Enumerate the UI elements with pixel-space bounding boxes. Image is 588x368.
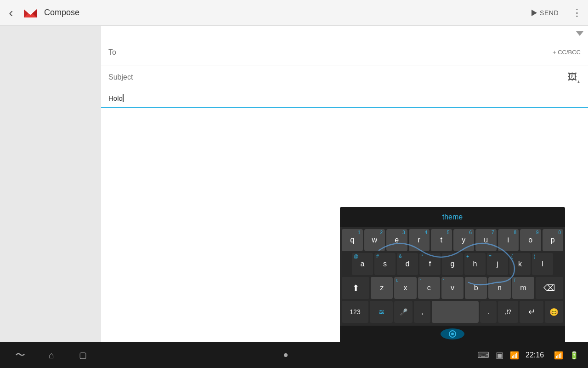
keyboard-drag-handle[interactable] [441,328,464,339]
nav-bar: 〜 ⌂ ▢ ⌨ ▣ 📶 22:16 📶 🔋 [0,342,588,368]
key-z[interactable]: z [371,277,393,299]
backspace-key[interactable]: ⌫ [536,277,563,299]
shift-icon: ⬆ [352,283,359,293]
suggestion-word[interactable]: theme [442,213,463,221]
key-l[interactable]: )l [532,253,553,275]
nav-recents-button[interactable]: ▢ [72,344,94,366]
send-label: SEND [540,9,559,17]
app-title: Compose [44,8,524,17]
enter-icon: ↵ [528,307,535,317]
mic-icon: 🎤 [400,308,407,316]
swiftkey-button[interactable]: ≋ [370,301,393,323]
emoji-icon: 😊 [549,308,559,316]
key-row-2: @a #s &d *f -g +h =j (k )l [342,253,563,275]
to-field-container: + CC/BCC [101,40,588,65]
text-cursor [123,94,124,102]
key-i[interactable]: 8i [498,229,519,251]
key-b[interactable]: b [465,277,487,299]
keyboard-suggestions: theme [340,207,565,227]
key-s[interactable]: #s [374,253,396,275]
left-panel [0,26,101,342]
key-c[interactable]: "c [418,277,440,299]
wifi-icon: 📶 [554,351,563,360]
send-icon [531,10,537,16]
nav-back-button[interactable]: 〜 [9,344,31,366]
special-chars-key[interactable]: ,!? [498,301,518,323]
time-display: 22:16 [526,351,548,359]
key-j[interactable]: =j [487,253,508,275]
numbers-key[interactable]: 123 [342,301,368,323]
cc-bcc-button[interactable]: + CC/BCC [549,49,581,56]
attach-plus-icon: + [577,79,580,85]
nav-left: 〜 ⌂ ▢ [9,344,94,366]
key-p[interactable]: 0p [543,229,564,251]
gmail-logo [22,5,39,21]
key-n[interactable]: n [488,277,510,299]
period-key[interactable]: . [480,301,497,323]
attach-icon: 🖼 [568,72,577,82]
battery-icon: 🔋 [570,351,579,360]
backspace-icon: ⌫ [543,283,555,293]
key-q[interactable]: 1q [342,229,363,251]
screenshot-icon[interactable]: ▣ [496,350,503,360]
back-button[interactable]: ‹ [0,0,22,26]
nav-center [94,353,477,357]
to-input[interactable] [108,48,549,57]
key-g[interactable]: -g [442,253,463,275]
enter-key[interactable]: ↵ [520,301,543,323]
nav-home-button[interactable]: ⌂ [40,344,62,366]
body-field-container[interactable]: Holo [101,89,588,108]
key-t[interactable]: 5t [431,229,452,251]
signal-icon: 📶 [510,351,519,360]
key-v[interactable]: 'v [441,277,464,299]
key-r[interactable]: 4r [409,229,430,251]
key-e[interactable]: 3e [386,229,407,251]
nav-right: ⌨ ▣ 📶 22:16 📶 🔋 [477,350,579,360]
emoji-key[interactable]: 😊 [545,301,563,323]
subject-field-container: 🖼 + [101,65,588,89]
key-x[interactable]: £x [394,277,416,299]
key-row-1: 1q 2w 3e 4r 5t 6y 7u 8i 9o 0p [342,229,563,251]
send-button[interactable]: SEND [524,6,566,20]
keyboard-icon[interactable]: ⌨ [477,350,489,360]
mic-key[interactable]: 🎤 [394,301,413,323]
shift-key[interactable]: ⬆ [342,277,369,299]
key-a[interactable]: @a [352,253,373,275]
attach-button[interactable]: 🖼 + [564,69,581,86]
key-d[interactable]: &d [397,253,418,275]
key-row-3: ⬆ z £x "c 'v b n /m ⌫ [342,277,563,299]
space-key[interactable] [432,301,479,323]
body-text: Holo [108,94,123,102]
keyboard-keys: 1q 2w 3e 4r 5t 6y 7u 8i 9o 0p @a #s &d *… [340,227,565,326]
key-h[interactable]: +h [464,253,486,275]
swiftkey-icon: ≋ [379,308,384,316]
key-f[interactable]: *f [419,253,441,275]
more-button[interactable]: ⋮ [566,0,588,26]
keyboard-container: theme 1q 2w 3e 4r 5t 6y 7u 8i 9o 0p @a #… [340,207,565,342]
key-u[interactable]: 7u [475,229,497,251]
key-m[interactable]: /m [512,277,534,299]
key-row-4: 123 ≋ 🎤 , . ,!? ↵ 😊 [342,301,563,323]
app-bar: ‹ Compose SEND ⋮ [0,0,588,26]
comma-key[interactable]: , [414,301,430,323]
nav-home-dot [284,353,288,357]
key-o[interactable]: 9o [520,229,541,251]
scroll-indicator [576,31,583,36]
key-w[interactable]: 2w [364,229,385,251]
subject-input[interactable] [108,73,564,81]
key-k[interactable]: (k [509,253,531,275]
keyboard-drag-area [340,326,565,342]
key-y[interactable]: 6y [453,229,475,251]
